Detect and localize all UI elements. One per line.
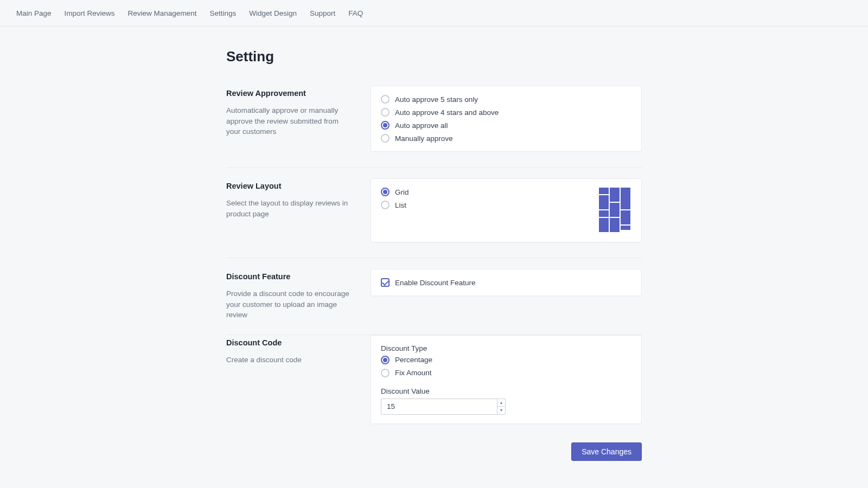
stepper-up-button[interactable]: ▲	[497, 399, 506, 407]
radio-icon	[381, 369, 390, 377]
option-label: Fix Amount	[395, 369, 432, 377]
radio-icon	[381, 188, 390, 196]
option-label: Auto approve all	[395, 121, 448, 130]
section-review-approvement: Review Approvement Automatically approve…	[226, 86, 642, 160]
settings-page: Setting Review Approvement Automatically…	[226, 27, 642, 483]
layout-desc: Select the layout to display reviews in …	[226, 198, 354, 219]
layout-option-grid[interactable]: Grid	[381, 188, 409, 196]
nav-widget-design[interactable]: Widget Design	[249, 9, 297, 17]
discount-value-input[interactable]	[381, 399, 497, 415]
checkbox-label: Enable Discount Feature	[395, 279, 476, 287]
option-label: Manually approve	[395, 134, 453, 143]
discount-value-stepper: ▲ ▼	[381, 399, 506, 415]
discount-type-fixed[interactable]: Fix Amount	[381, 369, 631, 377]
discount-value-label: Discount Value	[381, 387, 631, 395]
nav-settings[interactable]: Settings	[209, 9, 236, 17]
approvement-desc: Automatically approve or manually approv…	[226, 105, 354, 137]
nav-import-reviews[interactable]: Import Reviews	[65, 9, 115, 17]
layout-option-list[interactable]: List	[381, 201, 409, 209]
nav-support[interactable]: Support	[310, 9, 335, 17]
radio-icon	[381, 108, 390, 117]
discount-feature-title: Discount Feature	[226, 272, 354, 281]
option-label: Auto approve 5 stars only	[395, 95, 478, 104]
option-label: Grid	[395, 188, 409, 196]
section-discount-code: Discount Code Create a discount code Dis…	[226, 335, 642, 433]
save-button[interactable]: Save Changes	[571, 442, 642, 461]
approvement-option-all[interactable]: Auto approve all	[381, 121, 631, 130]
page-title: Setting	[226, 48, 642, 65]
radio-icon	[381, 95, 390, 104]
radio-icon	[381, 356, 390, 364]
section-discount-feature: Discount Feature Provide a discount code…	[226, 269, 642, 329]
discount-type-percentage[interactable]: Percentage	[381, 356, 631, 364]
discount-type-label: Discount Type	[381, 344, 631, 352]
top-nav: Main Page Import Reviews Review Manageme…	[0, 0, 868, 27]
nav-review-management[interactable]: Review Management	[128, 9, 197, 17]
stepper-down-button[interactable]: ▼	[497, 406, 506, 415]
approvement-option-manual[interactable]: Manually approve	[381, 134, 631, 143]
discount-code-title: Discount Code	[226, 338, 354, 347]
option-label: List	[395, 201, 406, 209]
radio-icon	[381, 201, 390, 209]
nav-faq[interactable]: FAQ	[348, 9, 363, 17]
radio-icon	[381, 121, 390, 130]
discount-feature-desc: Provide a discount code to encourage you…	[226, 288, 354, 320]
layout-title: Review Layout	[226, 182, 354, 190]
approvement-title: Review Approvement	[226, 89, 354, 98]
radio-icon	[381, 134, 390, 143]
discount-code-desc: Create a discount code	[226, 355, 354, 365]
section-review-layout: Review Layout Select the layout to displ…	[226, 178, 642, 251]
approvement-option-4stars[interactable]: Auto approve 4 stars and above	[381, 108, 631, 117]
nav-main-page[interactable]: Main Page	[16, 9, 52, 17]
enable-discount-checkbox[interactable]: Enable Discount Feature	[381, 278, 631, 287]
option-label: Percentage	[395, 356, 432, 364]
option-label: Auto approve 4 stars and above	[395, 108, 499, 117]
approvement-option-5stars[interactable]: Auto approve 5 stars only	[381, 95, 631, 104]
grid-layout-preview-icon	[599, 188, 630, 233]
checkbox-icon	[381, 278, 390, 287]
